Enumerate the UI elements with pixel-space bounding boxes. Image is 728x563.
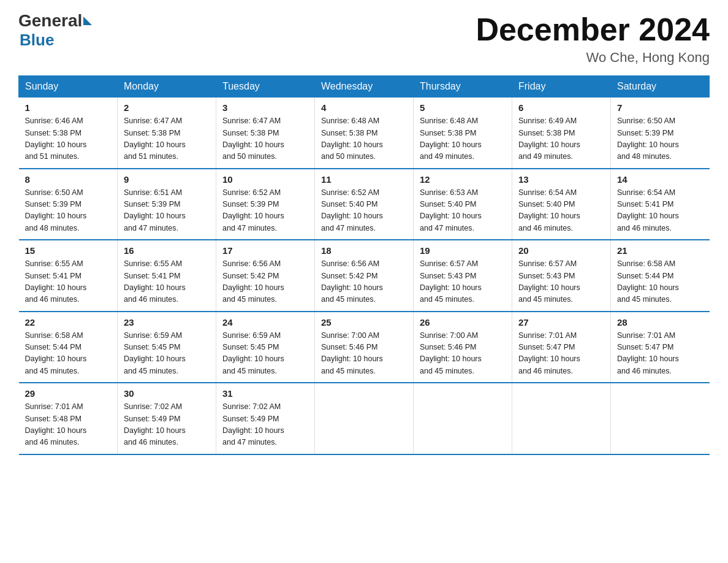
day-info: Sunrise: 6:50 AMSunset: 5:39 PMDaylight:…	[25, 187, 112, 235]
calendar-cell: 22 Sunrise: 6:58 AMSunset: 5:44 PMDaylig…	[19, 312, 118, 383]
day-info: Sunrise: 6:48 AMSunset: 5:38 PMDaylight:…	[420, 115, 506, 163]
calendar-cell: 8 Sunrise: 6:50 AMSunset: 5:39 PMDayligh…	[19, 169, 118, 240]
day-info: Sunrise: 6:54 AMSunset: 5:40 PMDaylight:…	[518, 187, 604, 235]
calendar-cell: 2 Sunrise: 6:47 AMSunset: 5:38 PMDayligh…	[118, 98, 216, 169]
day-info: Sunrise: 7:01 AMSunset: 5:48 PMDaylight:…	[25, 401, 112, 449]
location: Wo Che, Hong Kong	[476, 50, 710, 66]
calendar-cell: 27 Sunrise: 7:01 AMSunset: 5:47 PMDaylig…	[512, 312, 611, 383]
day-number: 6	[518, 102, 604, 113]
day-number: 23	[124, 317, 210, 327]
calendar-week-row: 29 Sunrise: 7:01 AMSunset: 5:48 PMDaylig…	[19, 383, 710, 454]
calendar-cell: 11 Sunrise: 6:52 AMSunset: 5:40 PMDaylig…	[315, 169, 414, 240]
day-number: 27	[518, 317, 604, 327]
calendar-cell: 9 Sunrise: 6:51 AMSunset: 5:39 PMDayligh…	[118, 169, 216, 240]
calendar-cell	[611, 383, 710, 454]
day-number: 9	[124, 174, 210, 185]
day-info: Sunrise: 6:46 AMSunset: 5:38 PMDaylight:…	[25, 115, 112, 163]
calendar-cell: 23 Sunrise: 6:59 AMSunset: 5:45 PMDaylig…	[118, 312, 216, 383]
header-sunday: Sunday	[19, 76, 118, 98]
day-number: 29	[25, 388, 112, 399]
day-number: 10	[222, 174, 308, 185]
day-number: 13	[518, 174, 604, 185]
calendar-cell: 21 Sunrise: 6:58 AMSunset: 5:44 PMDaylig…	[611, 240, 710, 312]
day-number: 16	[124, 245, 210, 256]
day-number: 15	[25, 245, 112, 256]
day-number: 26	[420, 317, 506, 327]
day-info: Sunrise: 6:54 AMSunset: 5:41 PMDaylight:…	[617, 187, 703, 235]
day-number: 30	[124, 388, 210, 399]
day-number: 4	[321, 102, 407, 113]
day-number: 18	[321, 245, 407, 256]
day-number: 31	[222, 388, 308, 399]
day-info: Sunrise: 7:00 AMSunset: 5:46 PMDaylight:…	[420, 330, 506, 378]
header-wednesday: Wednesday	[315, 76, 414, 98]
calendar-cell: 29 Sunrise: 7:01 AMSunset: 5:48 PMDaylig…	[19, 383, 118, 454]
day-info: Sunrise: 6:58 AMSunset: 5:44 PMDaylight:…	[25, 330, 112, 378]
day-info: Sunrise: 6:52 AMSunset: 5:40 PMDaylight:…	[321, 187, 407, 235]
day-number: 11	[321, 174, 407, 185]
day-number: 22	[25, 317, 112, 327]
header-tuesday: Tuesday	[216, 76, 315, 98]
calendar-week-row: 15 Sunrise: 6:55 AMSunset: 5:41 PMDaylig…	[19, 240, 710, 312]
logo-blue-text: Blue	[20, 31, 54, 49]
day-number: 17	[222, 245, 308, 256]
calendar-cell: 5 Sunrise: 6:48 AMSunset: 5:38 PMDayligh…	[414, 98, 512, 169]
day-info: Sunrise: 6:53 AMSunset: 5:40 PMDaylight:…	[420, 187, 506, 235]
day-number: 24	[222, 317, 308, 327]
day-info: Sunrise: 6:57 AMSunset: 5:43 PMDaylight:…	[420, 258, 506, 306]
calendar-cell: 7 Sunrise: 6:50 AMSunset: 5:39 PMDayligh…	[611, 98, 710, 169]
calendar-cell: 15 Sunrise: 6:55 AMSunset: 5:41 PMDaylig…	[19, 240, 118, 312]
day-info: Sunrise: 6:55 AMSunset: 5:41 PMDaylight:…	[124, 258, 210, 306]
day-number: 2	[124, 102, 210, 113]
day-number: 14	[617, 174, 703, 185]
day-info: Sunrise: 6:58 AMSunset: 5:44 PMDaylight:…	[617, 258, 703, 306]
calendar-cell: 30 Sunrise: 7:02 AMSunset: 5:49 PMDaylig…	[118, 383, 216, 454]
day-info: Sunrise: 6:47 AMSunset: 5:38 PMDaylight:…	[124, 115, 210, 163]
day-number: 5	[420, 102, 506, 113]
day-number: 1	[25, 102, 112, 113]
calendar-cell: 14 Sunrise: 6:54 AMSunset: 5:41 PMDaylig…	[611, 169, 710, 240]
day-info: Sunrise: 6:56 AMSunset: 5:42 PMDaylight:…	[321, 258, 407, 306]
header-monday: Monday	[118, 76, 216, 98]
day-info: Sunrise: 7:01 AMSunset: 5:47 PMDaylight:…	[617, 330, 703, 378]
day-number: 12	[420, 174, 506, 185]
calendar-cell	[315, 383, 414, 454]
day-info: Sunrise: 6:48 AMSunset: 5:38 PMDaylight:…	[321, 115, 407, 163]
calendar-week-row: 1 Sunrise: 6:46 AMSunset: 5:38 PMDayligh…	[19, 98, 710, 169]
calendar-cell: 1 Sunrise: 6:46 AMSunset: 5:38 PMDayligh…	[19, 98, 118, 169]
logo: General	[18, 12, 93, 29]
day-number: 21	[617, 245, 703, 256]
day-number: 28	[617, 317, 703, 327]
day-info: Sunrise: 6:59 AMSunset: 5:45 PMDaylight:…	[222, 330, 308, 378]
calendar-cell: 26 Sunrise: 7:00 AMSunset: 5:46 PMDaylig…	[414, 312, 512, 383]
calendar-cell: 3 Sunrise: 6:47 AMSunset: 5:38 PMDayligh…	[216, 98, 315, 169]
day-info: Sunrise: 6:51 AMSunset: 5:39 PMDaylight:…	[124, 187, 210, 235]
calendar-cell: 20 Sunrise: 6:57 AMSunset: 5:43 PMDaylig…	[512, 240, 611, 312]
title-area: December 2024 Wo Che, Hong Kong	[476, 12, 710, 66]
calendar-cell: 13 Sunrise: 6:54 AMSunset: 5:40 PMDaylig…	[512, 169, 611, 240]
day-info: Sunrise: 6:59 AMSunset: 5:45 PMDaylight:…	[124, 330, 210, 378]
calendar-cell: 6 Sunrise: 6:49 AMSunset: 5:38 PMDayligh…	[512, 98, 611, 169]
calendar-table: Sunday Monday Tuesday Wednesday Thursday…	[18, 75, 710, 455]
day-number: 25	[321, 317, 407, 327]
page-header: General Blue December 2024 Wo Che, Hong …	[18, 12, 710, 66]
logo-area: General Blue	[18, 12, 93, 50]
header-thursday: Thursday	[414, 76, 512, 98]
day-info: Sunrise: 6:57 AMSunset: 5:43 PMDaylight:…	[518, 258, 604, 306]
day-number: 19	[420, 245, 506, 256]
calendar-cell: 24 Sunrise: 6:59 AMSunset: 5:45 PMDaylig…	[216, 312, 315, 383]
day-info: Sunrise: 6:50 AMSunset: 5:39 PMDaylight:…	[617, 115, 703, 163]
logo-general-text: General	[18, 12, 82, 29]
calendar-cell: 12 Sunrise: 6:53 AMSunset: 5:40 PMDaylig…	[414, 169, 512, 240]
day-info: Sunrise: 6:47 AMSunset: 5:38 PMDaylight:…	[222, 115, 308, 163]
day-info: Sunrise: 6:56 AMSunset: 5:42 PMDaylight:…	[222, 258, 308, 306]
day-info: Sunrise: 6:55 AMSunset: 5:41 PMDaylight:…	[25, 258, 112, 306]
logo-triangle-icon	[83, 17, 92, 25]
calendar-cell	[414, 383, 512, 454]
calendar-cell: 28 Sunrise: 7:01 AMSunset: 5:47 PMDaylig…	[611, 312, 710, 383]
calendar-week-row: 22 Sunrise: 6:58 AMSunset: 5:44 PMDaylig…	[19, 312, 710, 383]
calendar-week-row: 8 Sunrise: 6:50 AMSunset: 5:39 PMDayligh…	[19, 169, 710, 240]
month-title: December 2024	[476, 12, 710, 47]
header-friday: Friday	[512, 76, 611, 98]
day-info: Sunrise: 6:52 AMSunset: 5:39 PMDaylight:…	[222, 187, 308, 235]
